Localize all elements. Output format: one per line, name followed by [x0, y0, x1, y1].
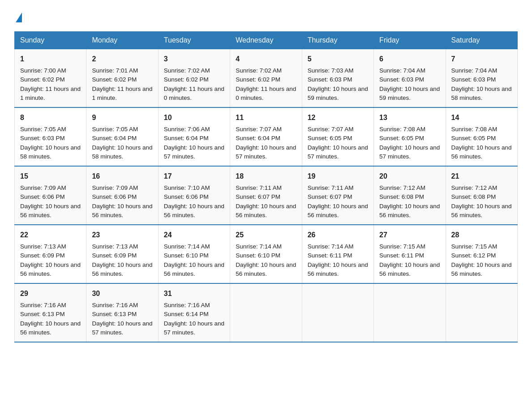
- day-number: 1: [20, 54, 81, 64]
- calendar-cell: 24Sunrise: 7:14 AMSunset: 6:10 PMDayligh…: [158, 225, 230, 283]
- calendar-cell: 29Sunrise: 7:16 AMSunset: 6:13 PMDayligh…: [15, 283, 86, 342]
- day-number: 3: [164, 54, 224, 64]
- day-number: 5: [308, 54, 368, 64]
- calendar-cell: 25Sunrise: 7:14 AMSunset: 6:10 PMDayligh…: [230, 225, 302, 283]
- calendar-cell: 20Sunrise: 7:12 AMSunset: 6:08 PMDayligh…: [374, 166, 446, 225]
- day-number: 16: [92, 171, 152, 182]
- calendar-cell: 27Sunrise: 7:15 AMSunset: 6:11 PMDayligh…: [374, 225, 446, 283]
- day-number: 14: [451, 112, 512, 123]
- day-number: 19: [308, 171, 368, 182]
- day-number: 30: [92, 288, 152, 299]
- calendar-cell: [302, 283, 373, 342]
- calendar-cell: 23Sunrise: 7:13 AMSunset: 6:09 PMDayligh…: [86, 225, 158, 283]
- day-number: 28: [451, 230, 512, 240]
- calendar-header-row: SundayMondayTuesdayWednesdayThursdayFrid…: [15, 32, 518, 49]
- day-number: 8: [20, 112, 81, 123]
- day-number: 10: [164, 112, 224, 123]
- calendar-cell: 11Sunrise: 7:07 AMSunset: 6:04 PMDayligh…: [230, 107, 302, 166]
- page-header: [14, 11, 518, 22]
- day-number: 29: [20, 288, 81, 299]
- calendar-cell: [446, 283, 517, 342]
- calendar-cell: 4Sunrise: 7:02 AMSunset: 6:02 PMDaylight…: [230, 49, 302, 108]
- calendar-cell: 22Sunrise: 7:13 AMSunset: 6:09 PMDayligh…: [15, 225, 86, 283]
- column-header-sunday: Sunday: [15, 32, 86, 49]
- day-number: 24: [164, 230, 224, 240]
- calendar-cell: 17Sunrise: 7:10 AMSunset: 6:06 PMDayligh…: [158, 166, 230, 225]
- column-header-thursday: Thursday: [302, 32, 373, 49]
- day-number: 7: [451, 54, 512, 64]
- calendar-week-row: 29Sunrise: 7:16 AMSunset: 6:13 PMDayligh…: [15, 283, 518, 342]
- calendar-cell: 7Sunrise: 7:04 AMSunset: 6:03 PMDaylight…: [446, 49, 517, 108]
- calendar-cell: 13Sunrise: 7:08 AMSunset: 6:05 PMDayligh…: [374, 107, 446, 166]
- calendar-table: SundayMondayTuesdayWednesdayThursdayFrid…: [14, 31, 518, 342]
- calendar-cell: 30Sunrise: 7:16 AMSunset: 6:13 PMDayligh…: [86, 283, 158, 342]
- calendar-week-row: 22Sunrise: 7:13 AMSunset: 6:09 PMDayligh…: [15, 225, 518, 283]
- column-header-monday: Monday: [86, 32, 158, 49]
- day-number: 31: [164, 288, 224, 299]
- day-number: 2: [92, 54, 152, 64]
- calendar-cell: 6Sunrise: 7:04 AMSunset: 6:03 PMDaylight…: [374, 49, 446, 108]
- day-number: 25: [236, 230, 296, 240]
- calendar-week-row: 15Sunrise: 7:09 AMSunset: 6:06 PMDayligh…: [15, 166, 518, 225]
- column-header-saturday: Saturday: [446, 32, 517, 49]
- day-number: 6: [379, 54, 440, 64]
- day-number: 18: [236, 171, 296, 182]
- calendar-cell: 12Sunrise: 7:07 AMSunset: 6:05 PMDayligh…: [302, 107, 373, 166]
- calendar-cell: 8Sunrise: 7:05 AMSunset: 6:03 PMDaylight…: [15, 107, 86, 166]
- logo-triangle-icon: [16, 13, 22, 22]
- day-number: 13: [379, 112, 440, 123]
- day-number: 11: [236, 112, 296, 123]
- day-number: 20: [379, 171, 440, 182]
- calendar-cell: 5Sunrise: 7:03 AMSunset: 6:03 PMDaylight…: [302, 49, 373, 108]
- calendar-cell: 21Sunrise: 7:12 AMSunset: 6:08 PMDayligh…: [446, 166, 517, 225]
- day-number: 9: [92, 112, 152, 123]
- calendar-cell: 3Sunrise: 7:02 AMSunset: 6:02 PMDaylight…: [158, 49, 230, 108]
- calendar-cell: 14Sunrise: 7:08 AMSunset: 6:05 PMDayligh…: [446, 107, 517, 166]
- day-number: 22: [20, 230, 81, 240]
- day-number: 17: [164, 171, 224, 182]
- calendar-cell: 18Sunrise: 7:11 AMSunset: 6:07 PMDayligh…: [230, 166, 302, 225]
- day-number: 12: [308, 112, 368, 123]
- calendar-cell: 16Sunrise: 7:09 AMSunset: 6:06 PMDayligh…: [86, 166, 158, 225]
- calendar-cell: 2Sunrise: 7:01 AMSunset: 6:02 PMDaylight…: [86, 49, 158, 108]
- calendar-week-row: 8Sunrise: 7:05 AMSunset: 6:03 PMDaylight…: [15, 107, 518, 166]
- calendar-cell: 31Sunrise: 7:16 AMSunset: 6:14 PMDayligh…: [158, 283, 230, 342]
- day-number: 27: [379, 230, 440, 240]
- calendar-cell: 1Sunrise: 7:00 AMSunset: 6:02 PMDaylight…: [15, 49, 86, 108]
- calendar-cell: 26Sunrise: 7:14 AMSunset: 6:11 PMDayligh…: [302, 225, 373, 283]
- calendar-cell: 28Sunrise: 7:15 AMSunset: 6:12 PMDayligh…: [446, 225, 517, 283]
- day-number: 21: [451, 171, 512, 182]
- day-number: 4: [236, 54, 296, 64]
- day-number: 23: [92, 230, 152, 240]
- column-header-friday: Friday: [374, 32, 446, 49]
- column-header-wednesday: Wednesday: [230, 32, 302, 49]
- calendar-cell: [230, 283, 302, 342]
- logo: [14, 11, 22, 22]
- calendar-cell: 9Sunrise: 7:05 AMSunset: 6:04 PMDaylight…: [86, 107, 158, 166]
- calendar-week-row: 1Sunrise: 7:00 AMSunset: 6:02 PMDaylight…: [15, 49, 518, 108]
- column-header-tuesday: Tuesday: [158, 32, 230, 49]
- calendar-cell: 19Sunrise: 7:11 AMSunset: 6:07 PMDayligh…: [302, 166, 373, 225]
- calendar-cell: 10Sunrise: 7:06 AMSunset: 6:04 PMDayligh…: [158, 107, 230, 166]
- calendar-cell: 15Sunrise: 7:09 AMSunset: 6:06 PMDayligh…: [15, 166, 86, 225]
- day-number: 26: [308, 230, 368, 240]
- day-number: 15: [20, 171, 81, 182]
- calendar-cell: [374, 283, 446, 342]
